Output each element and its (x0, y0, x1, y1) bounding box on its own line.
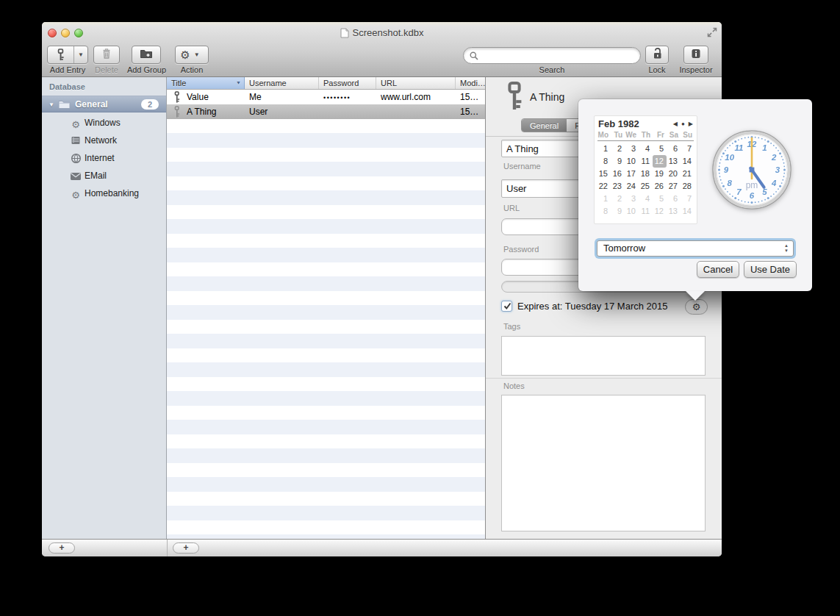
add-entry-button[interactable]: ▼ (47, 46, 88, 64)
calendar-day[interactable]: 20 (667, 168, 681, 180)
calendar-day[interactable]: 7 (681, 143, 694, 155)
fullscreen-icon[interactable] (706, 26, 718, 38)
gear-icon: ⚙ (70, 118, 82, 129)
table-stripe (167, 420, 485, 434)
calendar-day[interactable]: 2 (611, 193, 625, 205)
calendar-day[interactable]: 5 (653, 143, 667, 155)
calendar-prev-button[interactable]: ◀ (673, 121, 678, 127)
calendar-day[interactable]: 4 (639, 143, 653, 155)
action-button[interactable]: ⚙ ▼ (175, 46, 209, 64)
delete-button[interactable] (93, 46, 120, 64)
add-entry-label: Add Entry (47, 65, 88, 74)
calendar-day[interactable]: 16 (611, 168, 625, 180)
column-header-title[interactable]: Title▼ (167, 77, 245, 89)
calendar-day[interactable]: 18 (639, 168, 653, 180)
table-stripe (167, 176, 485, 190)
envelope-icon (70, 171, 82, 182)
calendar-day[interactable]: 15 (597, 168, 611, 180)
calendar-day[interactable]: 9 (611, 155, 625, 168)
disclosure-triangle-icon[interactable]: ▼ (49, 101, 54, 108)
table-row[interactable]: ValueMe••••••••www.url.com15… (167, 90, 485, 104)
cancel-button[interactable]: Cancel (697, 261, 739, 278)
table-stripe (167, 319, 485, 334)
calendar-day[interactable]: 26 (653, 180, 667, 193)
tab-general[interactable]: General (522, 119, 567, 132)
expiry-preset-dropdown[interactable]: Tomorrow ▲▼ (597, 240, 794, 257)
calendar-day[interactable]: 12 (653, 155, 667, 168)
calendar-day[interactable]: 21 (681, 168, 694, 180)
column-header-url[interactable]: URL (376, 77, 456, 89)
globe-icon (70, 153, 82, 165)
calendar-weekdays: MoTuWeThFrSaSu (597, 131, 694, 140)
add-group-button[interactable] (132, 46, 161, 64)
calendar-day[interactable]: 11 (639, 155, 653, 168)
calendar-next-button[interactable]: ▶ (689, 121, 693, 127)
date-picker-popover: Feb 1982 ◀ ● ▶ MoTuWeThFrSaSu 1234567891… (578, 99, 812, 291)
calendar-day[interactable]: 10 (625, 205, 639, 218)
calendar-day[interactable]: 14 (681, 155, 694, 168)
calendar-today-button[interactable]: ● (681, 121, 685, 127)
table-row[interactable]: A ThingUser15… (167, 104, 485, 119)
use-date-button[interactable]: Use Date (744, 261, 797, 278)
calendar-day[interactable]: 24 (625, 180, 639, 193)
sidebar-item-email[interactable]: EMail (42, 168, 166, 185)
folder-icon (58, 99, 71, 110)
sidebar-item-windows[interactable]: ⚙ Windows (42, 115, 166, 132)
calendar-day[interactable]: 3 (625, 143, 639, 155)
svg-text:2: 2 (771, 153, 777, 162)
expiry-presets-button[interactable]: ⚙ (685, 299, 708, 315)
calendar-day[interactable]: 1 (597, 193, 611, 205)
calendar-day[interactable]: 8 (597, 155, 611, 168)
calendar-day[interactable]: 1 (597, 143, 611, 155)
calendar-day[interactable]: 13 (667, 155, 681, 168)
inspector-label: Inspector (674, 65, 718, 74)
table-stripe (167, 434, 485, 448)
calendar-day[interactable]: 22 (597, 180, 611, 193)
calendar-day[interactable]: 23 (611, 180, 625, 193)
calendar-day[interactable]: 27 (667, 180, 681, 193)
calendar-weekday: Sa (667, 131, 681, 140)
calendar-day[interactable]: 6 (667, 193, 681, 205)
calendar-day[interactable]: 14 (681, 205, 694, 218)
calendar-weekday: Tu (611, 131, 625, 140)
svg-text:1: 1 (762, 143, 767, 152)
calendar-day[interactable]: 5 (653, 193, 667, 205)
column-header-password[interactable]: Password (319, 77, 376, 89)
calendar-day[interactable]: 3 (625, 193, 639, 205)
calendar-day[interactable]: 2 (611, 143, 625, 155)
expires-label: Expires at: Tuesday 17 March 2015 (517, 301, 668, 312)
tags-field[interactable] (501, 336, 706, 376)
add-entry-plus-button[interactable]: + (173, 542, 199, 554)
sidebar-item-general[interactable]: ▼ General 2 (42, 96, 166, 112)
column-header-modified[interactable]: Modi… (456, 77, 485, 89)
stepper-arrows-icon: ▲▼ (784, 243, 789, 254)
notes-field[interactable] (501, 395, 706, 531)
calendar-day[interactable]: 12 (653, 205, 667, 218)
cell-modified: 15… (460, 107, 484, 117)
calendar-day[interactable]: 7 (681, 193, 694, 205)
calendar-day[interactable]: 11 (639, 205, 653, 218)
calendar-day[interactable]: 6 (667, 143, 681, 155)
search-field[interactable] (463, 47, 641, 64)
add-group-plus-button[interactable]: + (49, 542, 75, 554)
divider (167, 540, 168, 556)
calendar-day[interactable]: 8 (597, 205, 611, 218)
calendar-day[interactable]: 4 (639, 193, 653, 205)
calendar-day[interactable]: 17 (625, 168, 639, 180)
search-input[interactable] (481, 49, 634, 62)
column-header-username[interactable]: Username (245, 77, 319, 89)
calendar-day[interactable]: 28 (681, 180, 694, 193)
svg-text:3: 3 (775, 165, 780, 174)
calendar-day[interactable]: 19 (653, 168, 667, 180)
calendar-day[interactable]: 9 (611, 205, 625, 218)
sidebar-item-internet[interactable]: Internet (42, 150, 166, 168)
expires-checkbox[interactable] (501, 301, 512, 312)
calendar-day[interactable]: 10 (625, 155, 639, 168)
bottom-bar: + + (42, 539, 722, 556)
calendar-day[interactable]: 13 (667, 205, 681, 218)
sidebar-item-network[interactable]: Network (42, 132, 166, 150)
sidebar-item-homebanking[interactable]: ⚙ Homebanking (42, 185, 166, 203)
inspector-button[interactable] (683, 46, 708, 64)
lock-button[interactable] (645, 46, 669, 64)
calendar-day[interactable]: 25 (639, 180, 653, 193)
